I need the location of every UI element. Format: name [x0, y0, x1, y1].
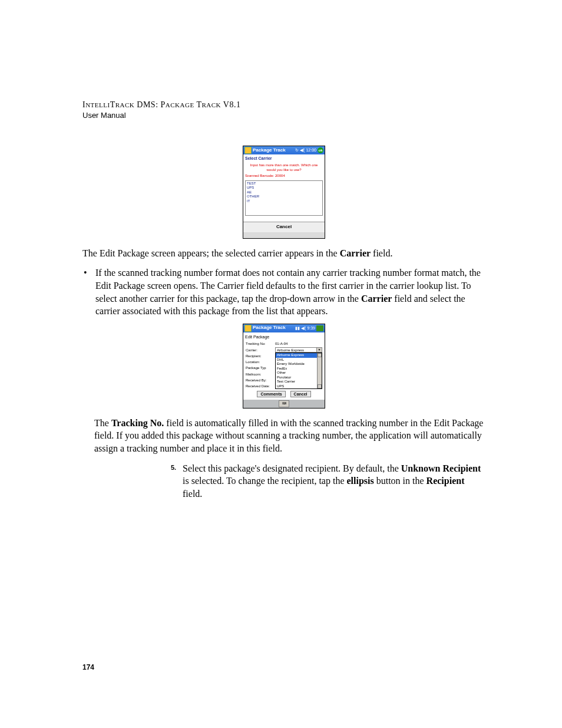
device2-title: Package Track [253, 325, 286, 331]
received-by-label: Received By: [245, 377, 275, 383]
paragraph-edit-package-appears: The Edit Package screen appears; the sel… [82, 247, 485, 260]
bullet-no-format-match: • If the scanned tracking number format … [82, 266, 485, 317]
list-item[interactable]: AE [247, 190, 321, 195]
ok-button[interactable] [316, 325, 323, 331]
app-icon [244, 147, 252, 154]
comments-button[interactable]: Comments [257, 391, 285, 397]
tracking-no-value: 01-A-04 [275, 341, 323, 347]
paragraph-tracking-no: The Tracking No. field is automatically … [94, 417, 485, 455]
step-5-text: Select this package's designated recipie… [183, 462, 485, 500]
dropdown-scrollbar[interactable] [317, 353, 322, 388]
recipient-label: Recipient: [245, 353, 275, 359]
carrier-dropdown-list[interactable]: Airborne Express DHL Emery Worldwide Fed… [275, 353, 322, 389]
received-date-label: Received Date: [245, 383, 275, 389]
device1-status: ↻ ◀ξ 12:00 [295, 147, 316, 153]
app-icon [244, 325, 252, 332]
device-select-carrier: Package Track ↻ ◀ξ 12:00 ok Select Carri… [243, 146, 325, 239]
device1-barcode: Scanned Barcode: 20004 [245, 173, 323, 178]
location-label: Location: [245, 359, 275, 365]
dropdown-option[interactable]: Other [276, 371, 322, 375]
header-subtitle: User Manual [82, 111, 485, 120]
dropdown-option[interactable]: Emery Worldwide [276, 362, 322, 367]
volume-icon: ◀ξ [301, 325, 306, 331]
volume-icon: ◀ξ [300, 147, 305, 153]
dropdown-option[interactable]: UPS [276, 384, 322, 389]
dropdown-option[interactable]: Purolator [276, 375, 322, 380]
list-item[interactable]: UPS [247, 186, 321, 190]
bullet-marker: • [82, 266, 95, 317]
list-item[interactable]: OTHER [247, 195, 321, 199]
device2-status: ▮▮ ◀ξ 9:39 [295, 325, 315, 331]
dropdown-option[interactable]: Airborne Express [276, 353, 322, 358]
keyboard-icon[interactable]: ⌨ [279, 400, 289, 407]
device2-sip-bar: ⌨ [243, 400, 325, 408]
list-item[interactable]: TEST [247, 182, 321, 186]
carrier-label: Carrier: [245, 347, 275, 353]
dropdown-option[interactable]: FedEx [276, 367, 322, 371]
device2-subtitle: Edit Package [245, 334, 323, 341]
ok-button[interactable]: ok [318, 147, 323, 153]
device2-titlebar: Package Track ▮▮ ◀ξ 9:39 [243, 324, 325, 332]
device1-bottombar [243, 232, 325, 238]
list-item[interactable]: IT [247, 199, 321, 204]
device1-cancel-button[interactable]: Cancel [243, 222, 325, 232]
device1-carrier-list[interactable]: TEST UPS AE OTHER IT [245, 180, 323, 216]
carrier-dropdown[interactable]: Airborne Express ▼ [275, 347, 322, 353]
package-type-label: Package Typ [245, 365, 275, 371]
device-edit-package: Package Track ▮▮ ◀ξ 9:39 Edit Package Tr… [243, 324, 325, 409]
header-product-line: INTELLITRACK DMS: PACKAGE TRACK V8.1 [82, 100, 485, 110]
device1-message: Input has more than one match. Which one… [245, 163, 323, 172]
step-number-5: 5. [171, 462, 183, 500]
mailroom-label: Mailroom: [245, 371, 275, 377]
sync-icon: ↻ [295, 147, 299, 153]
signal-icon: ▮▮ [295, 325, 300, 331]
tracking-no-label: Tracking No: [245, 341, 275, 347]
page-header: INTELLITRACK DMS: PACKAGE TRACK V8.1 Use… [82, 100, 485, 120]
device2-time: 9:39 [307, 325, 315, 331]
device1-subtitle: Select Carrier [245, 156, 323, 162]
chevron-down-icon[interactable]: ▼ [316, 348, 322, 352]
page-number: 174 [82, 663, 94, 671]
device1-time: 12:00 [306, 147, 316, 153]
dropdown-option[interactable]: Test Carrier [276, 380, 322, 384]
dropdown-option[interactable]: DHL [276, 358, 322, 363]
cancel-button[interactable]: Cancel [290, 391, 311, 397]
device1-titlebar: Package Track ↻ ◀ξ 12:00 ok [243, 146, 325, 154]
device1-title: Package Track [253, 147, 286, 154]
